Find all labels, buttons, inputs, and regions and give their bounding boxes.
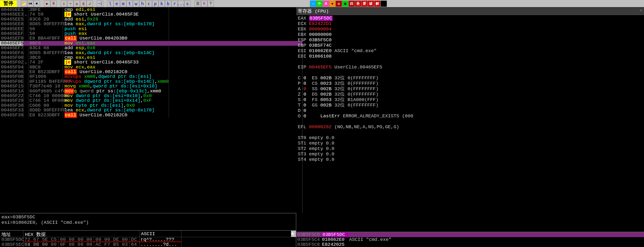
fpu-st3[interactable]: ST3 empty 0.0	[298, 152, 642, 157]
register-EDX[interactable]: EDX 00000004	[298, 26, 642, 32]
plugin-icon[interactable]: K	[201, 0, 208, 7]
breakpoint-cell[interactable]	[24, 46, 28, 50]
disasm-row[interactable]: 00465F003BC6cmp eax,esi	[0, 55, 302, 60]
pause-icon[interactable]: ⏸	[50, 0, 57, 7]
dump-row[interactable]: 03B5F5EC04 00 00 000F 00 00 00AC F7 B5 0…	[0, 242, 296, 247]
registers-view[interactable]: EAX 03B5F5DCECX E82422D1EDX 00000004EBX …	[296, 15, 644, 232]
flag-T[interactable]: T 0 GS 002B 32位 0(FFFFFFFF)	[298, 102, 642, 108]
plugin-button-0[interactable]: ↔	[310, 0, 316, 7]
breakpoint-cell[interactable]	[24, 41, 28, 46]
breakpoint-cell[interactable]	[24, 103, 28, 108]
flag-C[interactable]: C 0 ES 002B 32位 0(FFFFFFFF)	[298, 75, 642, 81]
disasm-row[interactable]: 00465EFA8D85 B4FEFFFFlea eax,dword ptr s…	[0, 51, 302, 55]
plugin-button-3[interactable]: ●	[329, 0, 336, 7]
fpu-st1[interactable]: ST1 empty 0.0	[298, 140, 642, 146]
help-icon[interactable]: ?	[208, 0, 214, 7]
plugin-button-2[interactable]: A	[323, 0, 329, 7]
breakpoint-cell[interactable]	[24, 84, 28, 89]
breakpoint-cell[interactable]	[24, 74, 28, 79]
breakpoint-cell[interactable]	[24, 36, 28, 41]
breakpoint-cell[interactable]	[24, 22, 28, 26]
plugin-button-6[interactable]: 回	[348, 0, 355, 7]
flag-S[interactable]: S 0 FS 0053 32位 B1A000(FFF)	[298, 97, 642, 102]
register-ESP[interactable]: ESP 03B5F5C0	[298, 37, 642, 43]
flag-O[interactable]: O 0 LastErr ERROR_ALREADY_EXISTS (000	[298, 113, 642, 119]
registers-header[interactable]: 寄存器 (FPU) <	[296, 8, 644, 15]
disasm-row[interactable]: 00465F29C746 14 0F0000mov dword ptr ds:[…	[0, 98, 302, 103]
window-e-button[interactable]: e	[114, 0, 120, 7]
breakpoint-cell[interactable]	[24, 79, 28, 84]
open-file-icon[interactable]: 📂	[21, 0, 27, 7]
window-s-button[interactable]: s	[184, 0, 191, 7]
rewind-icon[interactable]: ⏮	[27, 0, 34, 7]
flag-Z[interactable]: Z 0 DS 002B 32位 0(FFFFFFFF)	[298, 92, 642, 97]
plugin-button-8[interactable]: 爱	[361, 0, 368, 7]
collapse-icon[interactable]: <	[640, 8, 642, 14]
plugin-button-10[interactable]: 解	[374, 0, 380, 7]
disasm-row[interactable]: 00465F02⌄74 2Fje short UserClie.00465F33	[0, 60, 302, 65]
window-k-button[interactable]: k	[158, 0, 165, 7]
dump-scrollbar-up[interactable]: ▲	[291, 231, 296, 237]
stack-row[interactable]: 03B5F5C003B5F5DC	[296, 232, 644, 237]
flag-A[interactable]: A 0 SS 002B 32位 0(FFFFFFFF)	[298, 86, 642, 92]
window-m-button[interactable]: m	[120, 0, 126, 7]
plugin-button-9[interactable]: 破	[368, 0, 374, 7]
plugin-button-4[interactable]: ◎	[336, 0, 342, 7]
register-ECX[interactable]: ECX E82422D1	[298, 21, 642, 26]
fpu-st4[interactable]: ST4 empty 0.0	[298, 157, 642, 162]
breakpoint-cell[interactable]	[24, 70, 28, 74]
breakpoint-cell[interactable]	[24, 31, 28, 36]
breakpoint-cell[interactable]	[24, 94, 28, 98]
fpu-st0[interactable]: ST0 empty 0.0	[298, 135, 642, 140]
window-...-button[interactable]: ...	[178, 0, 184, 7]
disasm-row[interactable]: 00465EE3⌄74 59je short UserClie.00465F3E	[0, 12, 302, 17]
fpu-st2[interactable]: ST2 empty 0.0	[298, 146, 642, 152]
disasm-row[interactable]: 00465EE88D85 90FEFFFFlea eax,dword ptr s…	[0, 22, 302, 26]
stack-row[interactable]: 03B5F5C8E8242025	[296, 242, 644, 247]
close-icon[interactable]: ✖	[34, 0, 40, 7]
plugin-button-7[interactable]: 吾	[355, 0, 361, 7]
step-over-icon[interactable]: ↷	[67, 0, 74, 7]
disasm-row[interactable]: 00465EF0E8 BBA4FBFFcall UserClie.004203B…	[0, 36, 302, 41]
disasm-row[interactable]: 00465F39E8 8223DBFFcall UserClie.002182C…	[0, 113, 302, 118]
register-EDI[interactable]: EDI 01066108	[298, 54, 642, 59]
register-EIP[interactable]: EIP 00465EF5 UserClie.00465EF5	[298, 64, 642, 70]
breakpoint-cell[interactable]: ⌄	[24, 12, 28, 17]
window-w-button[interactable]: w	[133, 0, 139, 7]
breakpoint-cell[interactable]	[24, 65, 28, 70]
list-icon[interactable]: ☰	[194, 0, 201, 7]
trace-over-icon[interactable]: ⇶	[80, 0, 86, 7]
dump-row[interactable]: 03B5F5DC72 67 5E C500 00 00 0000 00 DE 0…	[0, 237, 296, 242]
hex-dump[interactable]: 地址 HEX 数据 ASCII ▲ 03B5F5DC72 67 5E C500 …	[0, 230, 296, 247]
window-b-button[interactable]: b	[165, 0, 171, 7]
breakpoint-cell[interactable]	[24, 108, 28, 113]
goto-icon[interactable]: →|	[97, 0, 103, 7]
run-icon[interactable]: ▶	[44, 0, 50, 7]
plugin-button-5[interactable]: ▦	[342, 0, 348, 7]
plugin-button-11[interactable]	[380, 0, 387, 7]
disasm-row[interactable]: 00465EE13BFEcmp edi,esi	[0, 8, 302, 12]
window-t-button[interactable]: t	[126, 0, 133, 7]
breakpoint-cell[interactable]	[24, 51, 28, 55]
register-ESI[interactable]: ESI 010662E0 ASCII "cmd.exe"	[298, 48, 642, 54]
breakpoint-cell[interactable]	[24, 98, 28, 103]
register-EFL[interactable]: EFL 00000202 (NO,NB,NE,A,NS,PO,GE,G)	[298, 124, 642, 130]
flag-D[interactable]: D 0	[298, 108, 642, 113]
breakpoint-cell[interactable]	[24, 113, 28, 118]
register-EBP[interactable]: EBP 03B5F74C	[298, 43, 642, 48]
window-p-button[interactable]: p	[152, 0, 158, 7]
plugin-button-1[interactable]: ⟳	[316, 0, 323, 7]
stack-row[interactable]: 03B5F5C4010662E0 ASCII "cmd.exe"	[296, 237, 644, 242]
flag-P[interactable]: P 0 CS 0023 32位 0(FFFFFFFF)	[298, 81, 642, 86]
register-EAX[interactable]: EAX 03B5F5DC	[298, 16, 642, 21]
breakpoint-cell[interactable]	[24, 27, 28, 31]
window-l-button[interactable]: l	[107, 0, 114, 7]
disasm-row[interactable]: 00465F338D8D 90FEFFFFlea ecx,dword ptr s…	[0, 108, 302, 113]
step-into-icon[interactable]: ↧	[61, 0, 67, 7]
breakpoint-cell[interactable]	[24, 89, 28, 94]
stack-view[interactable]: 03B5F5C003B5F5DC03B5F5C4010662E0 ASCII "…	[296, 232, 644, 247]
disassembly-view[interactable]: 00465EE13BFEcmp edi,esi00465EE3⌄74 59je …	[0, 8, 302, 213]
disasm-row[interactable]: 00465EEE56push esi	[0, 27, 302, 31]
breakpoint-cell[interactable]: ⌄	[24, 60, 28, 65]
breakpoint-cell[interactable]	[24, 17, 28, 22]
